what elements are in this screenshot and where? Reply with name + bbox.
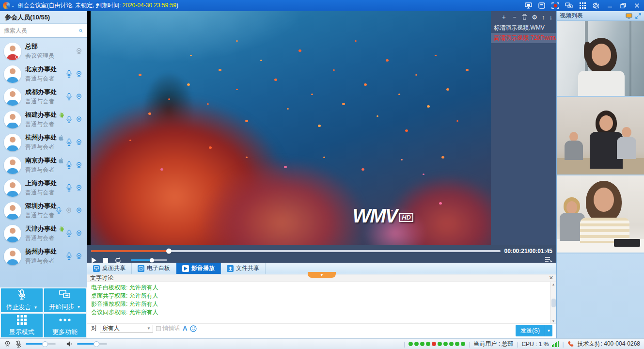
video-stage[interactable]: WMV HD ＋ － ⚙ ↑ ↓ 标清演示视频.WMV (87, 11, 556, 245)
tab-whiteboard[interactable]: 电子白板 (132, 263, 176, 274)
camera-gray-icon[interactable] (75, 48, 83, 55)
participant-row[interactable]: 深圳办事处 普通与会者 (0, 199, 87, 222)
playlist-trash-icon[interactable] (522, 14, 527, 20)
whisper-checkbox[interactable]: 悄悄话 (156, 324, 180, 333)
camera-icon[interactable] (75, 116, 83, 124)
minimize-button[interactable] (605, 2, 614, 10)
playlist-remove-icon[interactable]: － (511, 13, 518, 21)
chat-messages[interactable]: 电子白板权限: 允许所有人 桌面共享权限: 允许所有人 影音播放权限: 允许所有… (87, 282, 556, 323)
participant-row[interactable]: 福建办事处 普通与会者 (0, 108, 87, 131)
checkbox-icon[interactable] (156, 326, 161, 331)
more-functions-button[interactable]: 更多功能 (44, 314, 86, 337)
chat-close-icon[interactable]: ✕ (549, 275, 553, 281)
stop-speaking-button[interactable]: 停止发言▼ (1, 288, 43, 312)
settings-gear-icon[interactable] (592, 2, 600, 10)
logo-chevron-icon[interactable]: ⌄ (11, 3, 15, 8)
mic-volume-handle[interactable] (42, 341, 48, 347)
playlist-toggle-icon[interactable] (545, 256, 552, 264)
microphone-icon[interactable] (65, 229, 73, 238)
participant-row[interactable]: 成都办事处 普通与会者 (0, 85, 87, 108)
microphone-icon[interactable] (65, 252, 73, 260)
seek-handle[interactable] (166, 249, 172, 254)
playlist-item[interactable]: 标清演示视频.WMV (491, 23, 556, 33)
playlist-settings-icon[interactable]: ⚙ (532, 14, 537, 21)
tab-media-playback[interactable]: 影音播放 (176, 263, 221, 274)
participant-role: 普通与会者 (25, 75, 65, 83)
participant-row[interactable]: 北京办事处 普通与会者 (0, 63, 87, 85)
camera-icon[interactable] (75, 184, 83, 192)
participant-row[interactable]: 南京办事处 普通与会者 (0, 154, 87, 176)
camera-gray-icon[interactable] (65, 207, 73, 215)
status-dot-green (461, 342, 465, 346)
microphone-icon[interactable] (65, 93, 73, 101)
camera-icon[interactable] (75, 230, 83, 238)
microphone-icon[interactable] (65, 70, 73, 78)
display-mode-button[interactable]: 显示模式 (1, 314, 43, 337)
chat-scrollbar[interactable]: ▲ ▼ (550, 282, 556, 323)
speaker-volume-handle[interactable] (94, 341, 99, 347)
restore-button[interactable] (619, 2, 628, 10)
screen-share-icon[interactable] (524, 2, 533, 10)
tab-desktop-share[interactable]: 桌面共享 (87, 263, 132, 274)
stop-button[interactable] (103, 258, 108, 263)
camera-icon[interactable] (75, 161, 83, 169)
message-input[interactable]: 发送(S) ▼ (87, 333, 556, 338)
avatar (4, 248, 21, 265)
camera-icon[interactable] (75, 207, 83, 215)
expand-icon[interactable] (635, 13, 641, 19)
recipient-select[interactable]: 所有人 ▼ (100, 325, 153, 333)
participant-row[interactable]: 杭州办事处 普通与会者 (0, 131, 87, 154)
play-button[interactable] (91, 257, 96, 263)
camera-icon[interactable] (75, 253, 83, 260)
send-options-caret[interactable]: ▼ (545, 325, 552, 336)
webcam-feed-2[interactable] (557, 97, 644, 175)
microphone-icon[interactable] (55, 206, 63, 215)
camera-status-icon[interactable] (4, 340, 11, 348)
close-button[interactable] (632, 2, 641, 10)
webcam-feed-1[interactable] (557, 21, 644, 97)
search-input[interactable] (4, 27, 79, 34)
camera-icon[interactable] (75, 70, 83, 78)
speaker-volume-slider[interactable] (77, 343, 107, 345)
microphone-icon[interactable] (65, 184, 73, 192)
playlist-add-icon[interactable]: ＋ (501, 13, 507, 21)
playing-video[interactable]: WMV HD (91, 11, 491, 245)
tab-file-share[interactable]: 文件共享 (221, 263, 266, 274)
video-list-empty-area (557, 254, 644, 338)
display-mode-grid-icon[interactable] (578, 2, 587, 10)
camera-icon[interactable] (75, 93, 83, 101)
participant-row[interactable]: 上海办事处 普通与会者 (0, 176, 87, 199)
speaker-icon[interactable] (66, 341, 73, 347)
record-icon[interactable] (551, 2, 560, 10)
emoji-button[interactable] (190, 325, 197, 332)
player-volume-handle[interactable] (150, 258, 154, 262)
playlist-item-selected[interactable]: 高清演示视频-720P.wmv 删除 (491, 33, 556, 43)
whiteboard-icon[interactable] (537, 2, 546, 10)
monitor-icon[interactable] (626, 13, 632, 19)
playlist-move-up-icon[interactable]: ↑ (542, 14, 545, 21)
mic-muted-icon[interactable] (15, 340, 22, 348)
participant-row[interactable]: 总部 会议管理员 (0, 40, 87, 63)
participant-role: 普通与会者 (25, 234, 65, 242)
microphone-icon[interactable] (65, 161, 73, 169)
participant-row[interactable]: 天津办事处 普通与会者 (0, 222, 87, 245)
player-volume-slider[interactable] (131, 259, 167, 261)
search-icon[interactable] (79, 27, 83, 34)
playlist-move-down-icon[interactable]: ↓ (550, 14, 553, 21)
mic-volume-slider[interactable] (26, 343, 56, 345)
font-button[interactable]: A (183, 325, 187, 332)
microphone-icon[interactable] (65, 138, 73, 146)
seek-bar[interactable] (91, 250, 501, 252)
webcam-feed-3[interactable] (557, 175, 644, 254)
sync-screens-icon[interactable] (565, 2, 573, 10)
scroll-down-icon[interactable]: ▼ (552, 319, 555, 323)
scroll-thumb[interactable] (551, 299, 556, 307)
send-button[interactable]: 发送(S) (516, 325, 545, 336)
microphone-icon[interactable] (65, 115, 73, 124)
camera-icon[interactable] (75, 139, 83, 146)
scroll-up-icon[interactable]: ▲ (552, 283, 555, 286)
start-sync-button[interactable]: 开始同步▼ (44, 288, 86, 312)
participant-row[interactable]: 扬州办事处 普通与会者 (0, 245, 87, 268)
collapse-handle[interactable]: ▼ (308, 272, 336, 278)
loop-button[interactable] (115, 257, 121, 263)
